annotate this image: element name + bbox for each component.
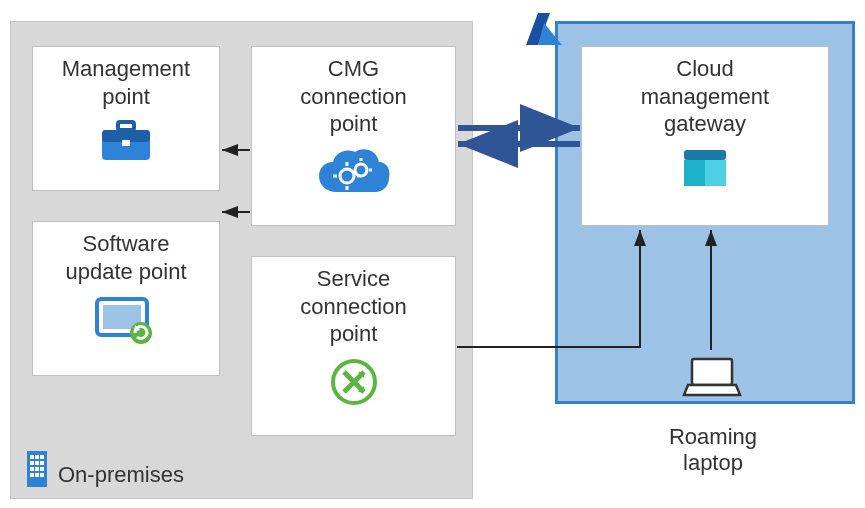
roaming-label-line: Roaming — [653, 424, 773, 450]
node-label: connection — [252, 293, 455, 321]
svg-rect-1 — [30, 455, 34, 459]
svg-rect-8 — [35, 467, 39, 471]
node-label: point — [252, 110, 455, 138]
svg-rect-11 — [35, 473, 39, 477]
window-tile-icon — [680, 146, 730, 190]
svg-rect-10 — [30, 473, 34, 477]
roaming-laptop-label: Roaming laptop — [653, 424, 773, 476]
svg-rect-12 — [40, 473, 44, 477]
diagram-canvas: On-premises Management point CMG connect… — [0, 0, 865, 508]
svg-rect-7 — [30, 467, 34, 471]
node-label: Cloud — [582, 55, 828, 83]
node-label: update point — [33, 258, 219, 286]
node-cmg-connection-point: CMG connection point — [251, 46, 456, 226]
node-label: management — [582, 83, 828, 111]
laptop-icon — [682, 355, 742, 400]
svg-rect-4 — [30, 461, 34, 465]
node-label: CMG — [252, 55, 455, 83]
node-management-point: Management point — [32, 46, 220, 191]
svg-rect-2 — [35, 455, 39, 459]
svg-rect-37 — [705, 160, 726, 186]
roaming-label-line: laptop — [653, 450, 773, 476]
svg-rect-15 — [118, 122, 134, 130]
tablet-refresh-icon — [93, 293, 159, 345]
node-cloud-management-gateway: Cloud management gateway — [581, 46, 829, 226]
azure-logo-icon — [524, 9, 564, 49]
onprem-label: On-premises — [58, 462, 184, 488]
node-label: Software — [33, 230, 219, 258]
node-label: connection — [252, 83, 455, 111]
svg-rect-6 — [40, 461, 44, 465]
node-label: point — [33, 83, 219, 111]
svg-rect-36 — [684, 160, 705, 186]
svg-rect-16 — [122, 140, 130, 146]
svg-rect-9 — [40, 467, 44, 471]
node-label: point — [252, 320, 455, 348]
node-software-update-point: Software update point — [32, 221, 220, 376]
node-label: Service — [252, 265, 455, 293]
cloud-gears-icon — [315, 146, 393, 198]
svg-rect-38 — [692, 359, 732, 385]
briefcase-icon — [98, 118, 154, 164]
building-icon — [22, 449, 52, 489]
cross-arrows-circle-icon — [328, 356, 380, 408]
svg-rect-5 — [35, 461, 39, 465]
node-label: Management — [33, 55, 219, 83]
node-service-connection-point: Service connection point — [251, 256, 456, 436]
node-label: gateway — [582, 110, 828, 138]
svg-rect-3 — [40, 455, 44, 459]
svg-rect-35 — [684, 150, 726, 160]
